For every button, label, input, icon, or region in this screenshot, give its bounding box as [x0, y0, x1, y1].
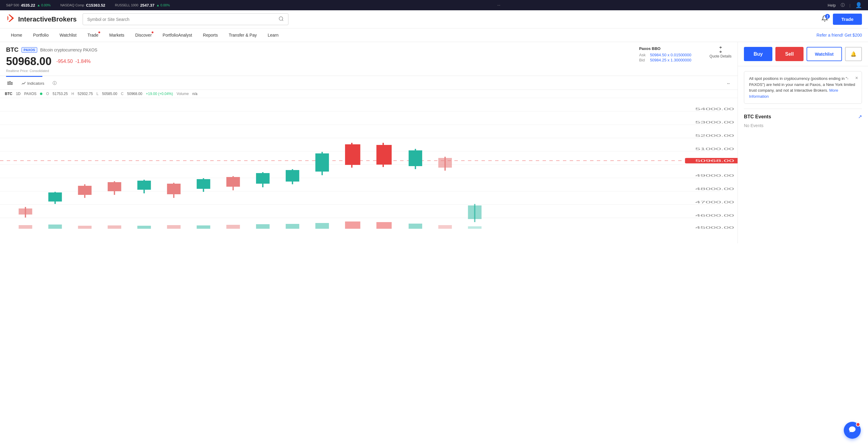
- quote-details-button[interactable]: Quote Details: [709, 46, 732, 58]
- nav-item-discover[interactable]: Discover: [130, 28, 156, 42]
- bid-price: 50984.25 x 1.30000000: [650, 58, 691, 62]
- info-banner-close-button[interactable]: ×: [855, 74, 858, 82]
- bid-label: Bid: [639, 58, 648, 62]
- ticker-nasdaq-label: NASDAQ Comp: [60, 3, 84, 7]
- header-right: 2 Trade: [822, 13, 862, 25]
- buy-button[interactable]: Buy: [744, 47, 772, 61]
- nav-item-trade[interactable]: Trade: [83, 28, 103, 42]
- chart-volume: n/a: [192, 92, 198, 96]
- nav-item-reports[interactable]: Reports: [198, 28, 223, 42]
- svg-rect-66: [167, 225, 181, 229]
- nav-item-portfolio[interactable]: Portfolio: [28, 28, 53, 42]
- svg-rect-74: [409, 224, 422, 229]
- sell-button[interactable]: Sell: [775, 47, 803, 61]
- nav-item-watchlist[interactable]: Watchlist: [55, 28, 82, 42]
- svg-text:50968.00: 50968.00: [695, 159, 734, 162]
- btc-events-link[interactable]: ↗: [858, 114, 862, 120]
- chart-type-btn[interactable]: [5, 79, 15, 87]
- svg-text:49000.00: 49000.00: [695, 174, 734, 177]
- chart-volume-label: Volume: [177, 92, 189, 96]
- stock-change: -954.50 -1.84%: [56, 59, 91, 64]
- expand-btn[interactable]: ↔: [724, 80, 733, 87]
- ask-label: Ask: [639, 53, 648, 57]
- logo-icon: [6, 13, 16, 25]
- logo[interactable]: InteractiveBrokers: [6, 13, 76, 25]
- candlestick-chart: 54000.00 53000.00 52000.00 51000.00 5000…: [0, 98, 738, 231]
- svg-text:45000.00: 45000.00: [695, 226, 734, 229]
- expand-icon: ↔: [726, 81, 730, 86]
- stock-price: 50968.00: [6, 55, 52, 68]
- svg-rect-73: [376, 222, 392, 229]
- nav-item-portfolioanalyst[interactable]: PortfolioAnalyst: [158, 28, 197, 42]
- ticker-nasdaq-value: C15363.52: [86, 3, 105, 7]
- btc-events-title: BTC Events: [744, 114, 771, 120]
- svg-rect-76: [468, 226, 482, 229]
- info-icon: ⓘ: [53, 81, 57, 86]
- ticker-nasdaq: NASDAQ Comp C15363.52: [60, 3, 105, 7]
- help-circle-icon[interactable]: ⓘ: [841, 2, 845, 8]
- info-banner: All spot positions in cryptocurrency (po…: [744, 71, 862, 104]
- info-banner-text: All spot positions in cryptocurrency (po…: [749, 76, 855, 99]
- ask-row: Ask 50984.50 x 0.01500000: [639, 53, 691, 57]
- nav-item-markets[interactable]: Markets: [104, 28, 129, 42]
- stock-header: BTC PAXOS Bitcoin cryptocurrency PAXOS 5…: [0, 42, 738, 76]
- svg-rect-69: [256, 224, 270, 229]
- svg-rect-62: [49, 224, 62, 229]
- ticker-more-dots[interactable]: ···: [497, 3, 500, 7]
- ticker-sp500: S&P 500 4535.22 ▲ 0.00%: [6, 3, 51, 7]
- realtime-label: Realtime Price: Consolidated: [6, 69, 97, 73]
- svg-rect-75: [438, 225, 452, 229]
- logo-text-bold: Brokers: [52, 15, 76, 23]
- chart-symbol: BTC: [5, 92, 12, 96]
- watchlist-button[interactable]: Watchlist: [807, 47, 842, 61]
- info-btn[interactable]: ⓘ: [50, 79, 59, 87]
- nav: Home Portfolio Watchlist Trade Markets D…: [0, 28, 868, 42]
- stock-badge: PAXOS: [22, 47, 37, 53]
- svg-rect-40: [167, 184, 181, 194]
- ask-bid-section: Paxos BBO Ask 50984.50 x 0.01500000 Bid …: [639, 46, 691, 63]
- btc-events-section: BTC Events ↗ No Events: [738, 109, 868, 133]
- svg-rect-38: [137, 181, 151, 190]
- chart-open-label: O: [46, 92, 49, 96]
- help-text[interactable]: Help: [828, 3, 836, 7]
- logo-text: InteractiveBrokers: [18, 15, 76, 23]
- svg-rect-6: [11, 82, 12, 85]
- ticker-sp500-value: 4535.22: [21, 3, 35, 7]
- more-information-link[interactable]: More Information: [749, 88, 838, 99]
- divider-line: |: [849, 3, 850, 7]
- right-panel: Buy Sell Watchlist 🔔 All spot positions …: [738, 42, 868, 243]
- stock-description: Bitcoin cryptocurrency PAXOS: [40, 47, 97, 52]
- search-input[interactable]: [87, 17, 276, 22]
- chart-low: 50585.00: [102, 92, 117, 96]
- ticker-right: Help ⓘ | 👤: [828, 2, 862, 8]
- svg-rect-5: [10, 82, 10, 85]
- ticker-russell-change: ▲ 0.00%: [156, 3, 170, 7]
- chart-container[interactable]: 54000.00 53000.00 52000.00 51000.00 5000…: [0, 98, 738, 243]
- svg-rect-70: [286, 224, 299, 229]
- search-icon: [278, 16, 284, 22]
- trade-button[interactable]: Trade: [833, 13, 862, 25]
- notification-button[interactable]: 2: [822, 15, 828, 23]
- svg-line-1: [282, 20, 283, 21]
- ticker-bar: S&P 500 4535.22 ▲ 0.00% NASDAQ Comp C153…: [0, 0, 868, 10]
- indicators-btn[interactable]: Indicators: [19, 79, 46, 87]
- nav-item-home[interactable]: Home: [6, 28, 27, 42]
- svg-rect-50: [315, 153, 329, 171]
- nav-item-learn[interactable]: Learn: [263, 28, 284, 42]
- search-bar[interactable]: [83, 13, 288, 25]
- svg-rect-56: [409, 150, 422, 166]
- user-icon[interactable]: 👤: [855, 2, 862, 8]
- ask-price: 50984.50 x 0.01500000: [650, 53, 691, 57]
- svg-rect-72: [345, 222, 360, 229]
- nav-refer-link[interactable]: Refer a friend! Get $200: [816, 33, 862, 37]
- no-events-label: No Events: [744, 123, 764, 128]
- svg-rect-4: [8, 82, 9, 85]
- alert-button[interactable]: 🔔: [845, 47, 862, 61]
- svg-rect-36: [108, 182, 121, 191]
- svg-text:54000.00: 54000.00: [695, 107, 734, 111]
- svg-rect-58: [438, 158, 452, 168]
- stock-symbol: BTC: [6, 46, 19, 53]
- nav-item-transfer[interactable]: Transfer & Pay: [224, 28, 262, 42]
- discover-dot: [152, 31, 153, 33]
- svg-rect-64: [108, 225, 121, 229]
